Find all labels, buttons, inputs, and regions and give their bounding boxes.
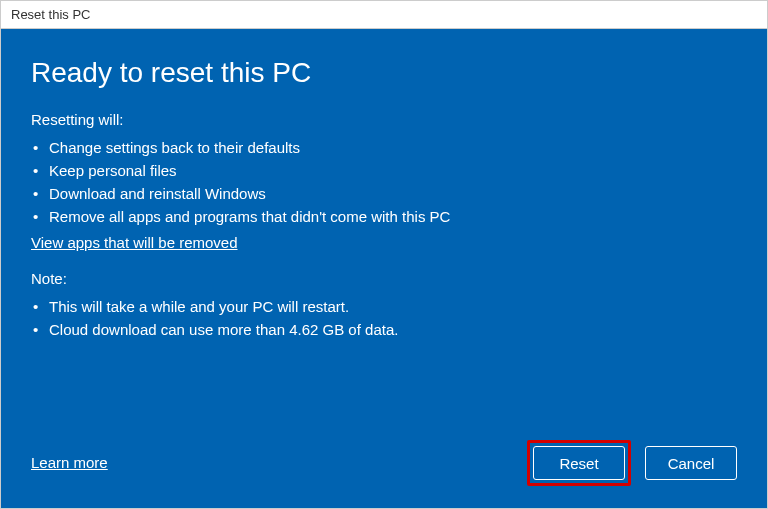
list-item: Cloud download can use more than 4.62 GB… — [31, 318, 737, 341]
window-title: Reset this PC — [11, 7, 90, 22]
page-title: Ready to reset this PC — [31, 57, 737, 89]
resetting-label: Resetting will: — [31, 111, 737, 128]
list-item: Download and reinstall Windows — [31, 182, 737, 205]
list-item: Remove all apps and programs that didn't… — [31, 205, 737, 228]
learn-more-link[interactable]: Learn more — [31, 454, 108, 471]
reset-button-highlight: Reset — [527, 440, 631, 486]
resetting-list: Change settings back to their defaults K… — [31, 136, 737, 228]
note-label: Note: — [31, 270, 737, 287]
reset-button[interactable]: Reset — [533, 446, 625, 480]
dialog-footer: Learn more Reset Cancel — [31, 440, 737, 486]
list-item: Keep personal files — [31, 159, 737, 182]
cancel-button[interactable]: Cancel — [645, 446, 737, 480]
reset-pc-window: Reset this PC Ready to reset this PC Res… — [0, 0, 768, 509]
list-item: Change settings back to their defaults — [31, 136, 737, 159]
dialog-content: Ready to reset this PC Resetting will: C… — [1, 29, 767, 508]
note-list: This will take a while and your PC will … — [31, 295, 737, 341]
view-apps-link[interactable]: View apps that will be removed — [31, 234, 238, 251]
list-item: This will take a while and your PC will … — [31, 295, 737, 318]
window-titlebar: Reset this PC — [1, 1, 767, 29]
